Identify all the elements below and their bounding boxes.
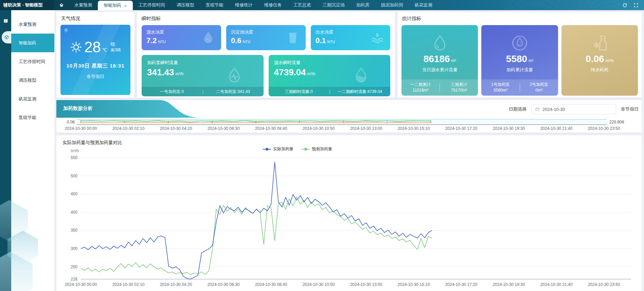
tab-脱泥加药间[interactable]: 脱泥加药间 <box>375 0 409 10</box>
date-input[interactable]: 2024-10-30 <box>531 104 616 114</box>
sidebar-item-工艺停留时间[interactable]: 工艺停留时间 <box>11 52 54 71</box>
dosing-compare-card: 实际加药量与预测加药量对比 实际加药量预测加药量 216250300350400… <box>56 135 642 291</box>
weather-date-row: 10月30日 星期三 16:31 <box>60 63 130 69</box>
slider-axis-label: 2024-10-30 23:50 <box>588 126 620 131</box>
stat-tile-footer: 一二期累计11016m³三期累计75170m³ <box>401 79 478 96</box>
app-title: 辅助决策 - 智能模型 <box>0 0 54 10</box>
flow-tiles: 加药泵瞬时流量341.43m³/h一号加药泵:0|二号加药泵:341.43源水瞬… <box>142 55 390 96</box>
svg-text:2024-10-30 23:50: 2024-10-30 23:50 <box>588 282 620 287</box>
weather-panel: 28 ℃ 晴 南3级 10月30日 星期三 16:31 非节假日 <box>60 25 130 95</box>
sidebar-menu: 水量预测智能加药工艺停留时间调压模型矾花监测泵组节能 <box>11 10 54 127</box>
tab-水量预测[interactable]: 水量预测 <box>69 0 98 10</box>
slider-axis-label: 2024-10-30 13:00 <box>350 126 382 131</box>
condition-text: 晴 <box>110 42 121 47</box>
sidebar-item-泵组节能[interactable]: 泵组节能 <box>11 108 54 127</box>
svg-text:500: 500 <box>71 174 77 178</box>
legend-item-预测加药量[interactable]: 预测加药量 <box>302 146 332 152</box>
flow-tile-加药泵瞬时流量: 加药泵瞬时流量341.43m³/h一号加药泵:0|二号加药泵:341.43 <box>142 55 264 96</box>
dosing-compare-chart[interactable]: 216250300350400450500550m³/h2024-10-30 0… <box>56 135 642 291</box>
stat-unit: m³/h <box>606 58 614 63</box>
fullscreen-button[interactable] <box>633 3 639 8</box>
stat-label: 加药累计流量 <box>481 67 558 73</box>
dosing-analysis-card: 加药数据分析 日期选择 2024-10-30 非节假日 0.08 220.906… <box>56 100 642 133</box>
svg-text:216: 216 <box>71 277 77 282</box>
chemical-bottle-icon <box>590 34 609 52</box>
tab-label: 脱泥加药间 <box>381 2 403 8</box>
holiday-flag: 非节假日 <box>621 106 639 112</box>
refresh-icon <box>622 3 627 8</box>
weekday-text: 星期三 <box>92 63 108 69</box>
date-picker-row: 日期选择 2024-10-30 非节假日 <box>509 104 639 114</box>
model-module-button[interactable] <box>2 31 11 43</box>
location-pin-icon <box>64 28 69 33</box>
tile-unit: m³/h <box>307 72 315 76</box>
tab-label: 维修任务 <box>264 2 282 8</box>
tab-label: 维修统计 <box>235 2 253 8</box>
tab-label: 调压模型 <box>177 2 194 8</box>
tile-label: 源水瞬时流量 <box>274 60 385 66</box>
wave-pattern-decor <box>433 0 644 10</box>
footer-right-value: 二号加药泵:341.43 <box>203 89 264 95</box>
sidebar-item-智能加药[interactable]: 智能加药 <box>11 34 54 52</box>
tab-label: 水量预测 <box>74 2 92 8</box>
datazoom-min-label: 0.08 <box>60 120 75 124</box>
footer-col: 三期累计75170m³ <box>440 82 478 93</box>
main-content: 天气情况 28 ℃ <box>56 12 642 291</box>
instant-metrics-title: 瞬时指标 <box>142 12 390 22</box>
tab-工艺停留时间[interactable]: 工艺停留时间 <box>133 0 171 10</box>
slider-axis-label: 2024-10-30 00:00 <box>65 126 97 131</box>
tab-维修统计[interactable]: 维修统计 <box>229 0 258 10</box>
footer-col-label: 2号加药泵 <box>520 82 558 88</box>
footer-col: 2号加药泵0m³ <box>520 82 558 93</box>
slider-axis-label: 2024-10-30 19:30 <box>493 126 525 131</box>
tab-维修任务[interactable]: 维修任务 <box>258 0 288 10</box>
tab-智能加药[interactable]: 智能加药× <box>98 1 133 10</box>
refresh-button[interactable] <box>622 3 627 8</box>
svg-text:400: 400 <box>71 210 77 215</box>
tile-unit: NTU <box>158 40 166 44</box>
svg-text:2024-10-30 15:10: 2024-10-30 15:10 <box>398 282 430 287</box>
tab-工艺总览[interactable]: 工艺总览 <box>288 0 317 10</box>
legend-label: 预测加药量 <box>312 146 332 152</box>
svg-text:2024-10-30 10:50: 2024-10-30 10:50 <box>303 282 335 287</box>
slider-axis-label: 2024-10-30 21:40 <box>540 126 573 131</box>
svg-text:2024-10-30 13:00: 2024-10-30 13:00 <box>350 282 382 287</box>
footer-col-value: 75170m³ <box>440 88 478 93</box>
tab-加药房[interactable]: 加药房 <box>351 0 375 10</box>
footer-col-label: 1号加药泵 <box>481 82 519 88</box>
chart-legend: 实际加药量预测加药量 <box>263 146 332 152</box>
model-cube-icon <box>4 35 10 40</box>
tile-footer: 三期瞬时流量:0|一二期瞬时流量:4739.04 <box>269 87 391 96</box>
ribbon-header: 加药数据分析 <box>56 100 202 118</box>
tile-label: 加药泵瞬时流量 <box>147 60 258 66</box>
open-book-icon <box>3 18 9 24</box>
footer-col-label: 三期累计 <box>440 82 478 88</box>
svg-text:2024-10-30 17:20: 2024-10-30 17:20 <box>445 282 478 287</box>
tab-close-icon[interactable]: × <box>124 3 127 8</box>
sidebar-item-矾花监测[interactable]: 矾花监测 <box>11 90 54 108</box>
legend-label: 实际加药量 <box>273 146 293 152</box>
tab-label: 泵组节能 <box>206 2 223 8</box>
tab-矾花监测[interactable]: 矾花监测 <box>409 0 438 10</box>
handbook-button[interactable] <box>0 18 11 24</box>
stat-value: 86186m³ <box>401 54 478 64</box>
sidebar: 水量预测智能加药工艺停留时间调压模型矾花监测泵组节能 <box>11 10 54 291</box>
sidebar-item-水量预测[interactable]: 水量预测 <box>11 15 54 34</box>
date-picker-label: 日期选择 <box>509 106 526 112</box>
stat-value: 0.06m³/h <box>561 54 638 64</box>
tile-footer: 一号加药泵:0|二号加药泵:341.43 <box>142 87 264 96</box>
svg-text:m³/h: m³/h <box>71 149 79 153</box>
droplet-half-icon <box>352 66 370 84</box>
legend-item-实际加药量[interactable]: 实际加药量 <box>263 146 293 152</box>
temperature-value: 28 <box>84 40 101 55</box>
metric-tile-源水浊度: 源水浊度7.2NTU <box>142 25 221 50</box>
sun-icon <box>70 41 82 53</box>
sidebar-item-调压模型[interactable]: 调压模型 <box>11 71 54 90</box>
datazoom-slider[interactable] <box>77 119 607 125</box>
tab-调压模型[interactable]: 调压模型 <box>171 0 200 10</box>
metric-tile-沉淀池浊度: 沉淀池浊度0.6NTU <box>226 25 306 50</box>
home-button[interactable] <box>54 0 69 10</box>
turbidity-tiles: 源水浊度7.2NTU沉淀池浊度0.6NTU出水浊度0.1NTU <box>142 25 390 50</box>
tab-三期沉淀池[interactable]: 三期沉淀池 <box>317 0 351 10</box>
tab-泵组节能[interactable]: 泵组节能 <box>200 0 229 10</box>
